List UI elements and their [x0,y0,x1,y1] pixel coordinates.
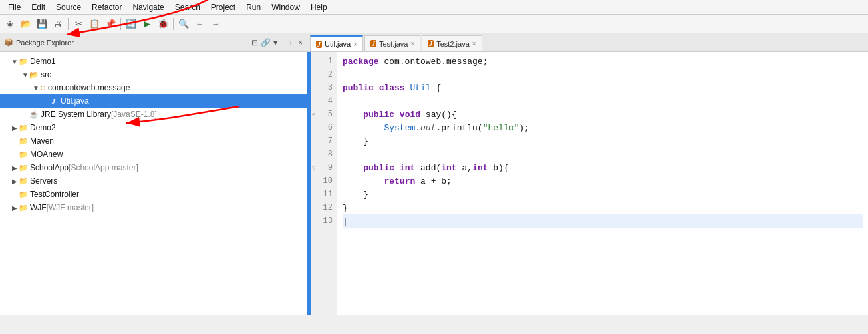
code-line-8 [343,148,863,161]
menu-edit[interactable]: Edit [26,1,51,13]
line-number-8: 8 [311,148,337,161]
keyword-return: return [384,176,415,186]
keyword-public-1: public [343,83,374,93]
tab-test-java[interactable]: J Test.java × [364,35,420,51]
tree-label-schoolapp-badge: [SchoolApp master] [69,163,138,172]
toolbar-refresh-btn[interactable]: 🔄 [124,17,138,31]
toolbar-print-btn[interactable]: 🖨 [51,17,65,31]
collapse-all-icon[interactable]: ⊟ [251,38,258,47]
tab-close-test2[interactable]: × [472,40,476,47]
project-icon-testcontroller: 📁 [19,190,28,199]
code-content[interactable]: package com.ontoweb.message; public clas… [337,52,868,315]
tree-item-demo1[interactable]: ▼ 📁 Demo1 [0,55,307,68]
line-number-13: 13 [311,214,337,228]
tree-label-demo1: Demo1 [30,57,56,66]
tree-arrow-demo1: ▼ [11,58,19,65]
code-line-9: public int add(int a,int b){ [343,161,863,174]
package-explorer-title: Package Explorer [16,39,249,47]
tree-item-src[interactable]: ▼ 📂 src [0,68,307,81]
tree-label-util-java: Util.java [61,96,89,106]
toolbar-cut-btn[interactable]: ✂ [71,17,86,31]
keyword-package: package [343,57,379,67]
menu-refactor[interactable]: Refactor [86,1,127,13]
method-collapse-arrow-5[interactable]: ⊖ [312,111,315,118]
tab-close-test[interactable]: × [410,40,414,47]
menu-file[interactable]: File [3,1,26,13]
tab-test2-java[interactable]: J Test2.java × [422,35,482,51]
line-number-3: 3 [311,81,337,94]
menu-run[interactable]: Run [241,1,266,13]
project-icon-servers: 📁 [19,177,28,186]
toolbar-forward-btn[interactable]: → [208,17,223,31]
tree-label-package: com.ontoweb.message [48,83,130,92]
tab-util-java[interactable]: J Util.java × [310,35,363,51]
close-panel-icon[interactable]: × [298,38,303,47]
toolbar-open-btn[interactable]: 📂 [19,17,33,31]
keyword-int-3: int [472,163,488,173]
tree-arrow-src: ▼ [21,71,29,79]
keyword-class: class [379,83,405,93]
tree-arrow-package: ▼ [32,84,40,92]
menu-navigate[interactable]: Navigate [127,1,169,13]
minimize-icon[interactable]: — [280,38,288,47]
tree-label-wjf-badge: [WJF master] [47,203,94,212]
method-collapse-arrow-9[interactable]: ⊖ [312,164,315,172]
tree-item-schoolapp[interactable]: ▶ 📁 SchoolApp [SchoolApp master] [0,161,307,174]
tree-label-wjf: WJF [30,203,47,212]
tree-item-demo2[interactable]: ▶ 📁 Demo2 [0,121,307,134]
code-line-10: return a + b; [343,174,863,188]
menu-help[interactable]: Help [305,1,333,13]
code-line-3: public class Util { [343,81,863,94]
tree-item-package[interactable]: ▼ ⊕ com.ontoweb.message [0,81,307,94]
tab-label-test: Test.java [379,40,408,48]
toolbar-run-btn[interactable]: ▶ [140,17,154,31]
code-editor[interactable]: 1 2 3 4 ⊖ 5 6 7 8 ⊖ 9 10 11 [307,52,868,315]
tree-label-jre: JRE System Library [41,110,111,119]
code-line-5: public void say(){ [343,108,863,121]
toolbar-debug-btn[interactable]: 🐞 [156,17,170,31]
project-icon-demo2: 📁 [19,124,28,132]
tree-item-moanew[interactable]: 📁 MOAnew [0,148,307,161]
link-editor-icon[interactable]: 🔗 [261,38,271,47]
toolbar-paste-btn[interactable]: 📌 [103,17,118,31]
toolbar-search-btn[interactable]: 🔍 [176,17,191,31]
project-icon-demo1: 📁 [19,57,28,66]
java-file-icon-util: J [51,98,57,105]
tree-item-jre[interactable]: ☕ JRE System Library [JavaSE-1.8] [0,108,307,121]
tree-label-demo2: Demo2 [30,123,56,132]
code-line-12: } [343,201,863,214]
tab-java-icon-util: J [316,41,322,48]
tab-close-util[interactable]: × [353,41,357,48]
toolbar-back-btn[interactable]: ← [192,17,207,31]
tree-arrow-demo2: ▶ [11,124,19,132]
view-menu-icon[interactable]: ▾ [273,38,277,47]
package-explorer-header: 📦 Package Explorer ⊟ 🔗 ▾ — □ × [0,33,307,52]
toolbar-copy-btn[interactable]: 📋 [87,17,102,31]
code-line-1: package com.ontoweb.message; [343,55,863,68]
tab-label-util: Util.java [325,40,351,48]
code-line-2 [343,68,863,81]
maximize-icon[interactable]: □ [291,38,295,47]
tree-item-testcontroller[interactable]: 📁 TestController [0,188,307,201]
toolbar-sep-2 [120,18,121,30]
menu-source[interactable]: Source [51,1,86,13]
line-number-11: 11 [311,188,337,201]
code-line-7: } [343,134,863,148]
menu-window[interactable]: Window [266,1,305,13]
menu-project[interactable]: Project [206,1,241,13]
tree-item-wjf[interactable]: ▶ 📁 WJF [WJF master] [0,201,307,214]
tree-item-maven[interactable]: 📁 Maven [0,134,307,148]
tree-label-testcontroller: TestController [30,190,79,199]
editor-tabs-bar: J Util.java × J Test.java × J Test2.java… [307,33,868,52]
package-explorer-tree: ▼ 📁 Demo1 ▼ 📂 src ▼ [0,52,307,315]
tree-label-moanew: MOAnew [30,150,63,159]
tree-item-util-java[interactable]: J Util.java [0,94,307,108]
package-explorer-icon: 📦 [4,38,13,47]
toolbar-sep-3 [173,18,174,30]
menu-search[interactable]: Search [170,1,206,13]
tree-label-jre-badge: [JavaSE-1.8] [111,110,157,119]
field-out: out [420,123,436,133]
toolbar-new-btn[interactable]: ◈ [3,17,17,31]
tree-item-servers[interactable]: ▶ 📁 Servers [0,174,307,188]
toolbar-save-btn[interactable]: 💾 [35,17,49,31]
